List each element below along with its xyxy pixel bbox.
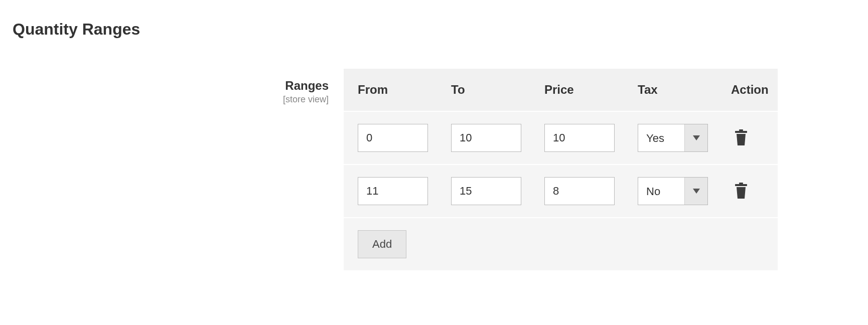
section-title: Quantity Ranges (13, 20, 855, 39)
column-header-from: From (344, 69, 437, 112)
table-row: YesNo (344, 112, 778, 165)
column-header-to: To (437, 69, 530, 112)
to-input[interactable] (451, 124, 521, 152)
delete-row-button[interactable] (731, 181, 751, 201)
table-header-row: From To Price Tax Action (344, 69, 778, 112)
column-header-tax: Tax (624, 69, 717, 112)
column-header-action: Action (717, 69, 778, 112)
price-input[interactable] (544, 124, 615, 152)
from-input[interactable] (358, 124, 428, 152)
svg-rect-4 (739, 183, 743, 184)
add-button[interactable]: Add (358, 230, 406, 258)
svg-rect-1 (739, 129, 743, 131)
field-label: Ranges (13, 79, 329, 93)
to-input[interactable] (451, 177, 521, 205)
trash-icon (734, 183, 748, 200)
svg-rect-5 (735, 184, 747, 186)
price-input[interactable] (544, 177, 615, 205)
svg-rect-2 (735, 131, 747, 133)
ranges-table: From To Price Tax Action YesNo (344, 69, 778, 270)
tax-select[interactable]: YesNo (638, 124, 708, 152)
trash-icon (734, 129, 748, 147)
column-header-price: Price (530, 69, 624, 112)
from-input[interactable] (358, 177, 428, 205)
field-scope: [store view] (13, 94, 329, 105)
tax-select[interactable]: YesNo (638, 177, 708, 205)
field-label-column: Ranges [store view] (13, 69, 344, 105)
table-row: YesNo (344, 165, 778, 218)
delete-row-button[interactable] (731, 128, 751, 148)
